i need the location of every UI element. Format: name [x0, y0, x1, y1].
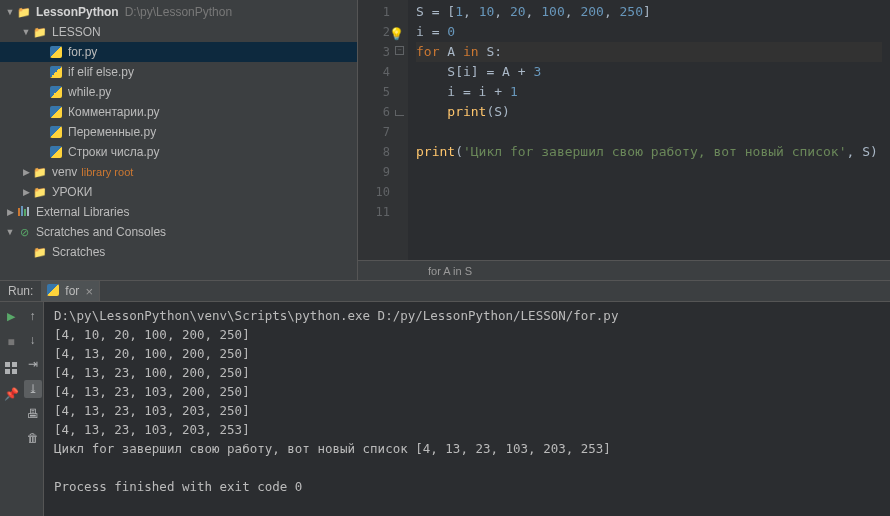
scratches-icon: ⊘ — [16, 224, 32, 240]
svg-rect-1 — [21, 206, 23, 216]
console-toolbar-left: ▶ ■ 📌 — [0, 302, 22, 516]
editor-code[interactable]: S = [1, 10, 20, 100, 200, 250]i = 0for A… — [408, 0, 890, 260]
file-item[interactable]: if elif else.py — [0, 62, 357, 82]
svg-rect-4 — [5, 362, 10, 367]
svg-rect-6 — [5, 369, 10, 374]
svg-rect-2 — [24, 209, 26, 216]
down-button[interactable]: ↓ — [25, 332, 41, 348]
rerun-button[interactable]: ▶ — [3, 308, 19, 324]
run-toolbar: Run: for × — [0, 280, 890, 302]
svg-rect-7 — [12, 369, 17, 374]
console-output[interactable]: D:\py\LessonPython\venv\Scripts\python.e… — [44, 302, 890, 516]
library-root-tag: library root — [81, 166, 133, 178]
project-tree[interactable]: ▼📁 LessonPython D:\py\LessonPython ▼📁 LE… — [0, 0, 358, 280]
pin-button[interactable]: 📌 — [3, 386, 19, 402]
print-button[interactable]: 🖶 — [25, 406, 41, 422]
python-file-icon — [48, 84, 64, 100]
clear-button[interactable]: 🗑 — [25, 430, 41, 446]
python-icon — [47, 284, 61, 298]
soft-wrap-button[interactable]: ⇥ — [25, 356, 41, 372]
file-item[interactable]: Строки числа.py — [0, 142, 357, 162]
console-toolbar-right: ↑ ↓ ⇥ ⤓ 🖶 🗑 — [22, 302, 44, 516]
folder-lesson[interactable]: ▼📁 LESSON — [0, 22, 357, 42]
close-icon[interactable]: × — [85, 284, 93, 299]
breadcrumb[interactable]: for A in S — [358, 260, 890, 280]
libraries-icon — [16, 204, 32, 220]
editor-gutter[interactable]: 12💡3−4567891011 — [358, 0, 408, 260]
svg-rect-5 — [12, 362, 17, 367]
run-label: Run: — [0, 284, 41, 298]
stop-button[interactable]: ■ — [3, 334, 19, 350]
file-item[interactable]: while.py — [0, 82, 357, 102]
file-item[interactable]: Переменные.py — [0, 122, 357, 142]
svg-rect-0 — [18, 208, 20, 216]
layout-button[interactable] — [3, 360, 19, 376]
python-file-icon — [48, 64, 64, 80]
python-file-icon — [48, 104, 64, 120]
python-file-icon — [48, 144, 64, 160]
file-item[interactable]: Комментарии.py — [0, 102, 357, 122]
scratches-consoles[interactable]: ▼⊘ Scratches and Consoles — [0, 222, 357, 242]
folder-uroki[interactable]: ▶📁 УРОКИ — [0, 182, 357, 202]
root-label: LessonPython — [36, 5, 119, 19]
external-libraries[interactable]: ▶ External Libraries — [0, 202, 357, 222]
up-button[interactable]: ↑ — [25, 308, 41, 324]
project-root[interactable]: ▼📁 LessonPython D:\py\LessonPython — [0, 2, 357, 22]
run-tab-label: for — [65, 284, 79, 298]
root-path: D:\py\LessonPython — [125, 5, 232, 19]
scroll-to-end-button[interactable]: ⤓ — [24, 380, 42, 398]
scratches-folder[interactable]: 📁 Scratches — [0, 242, 357, 262]
run-tab[interactable]: for × — [41, 281, 100, 301]
python-file-icon — [48, 44, 64, 60]
svg-rect-3 — [27, 207, 29, 216]
code-editor[interactable]: 12💡3−4567891011 S = [1, 10, 20, 100, 200… — [358, 0, 890, 280]
file-item[interactable]: for.py — [0, 42, 357, 62]
python-file-icon — [48, 124, 64, 140]
folder-venv[interactable]: ▶📁 venv library root — [0, 162, 357, 182]
